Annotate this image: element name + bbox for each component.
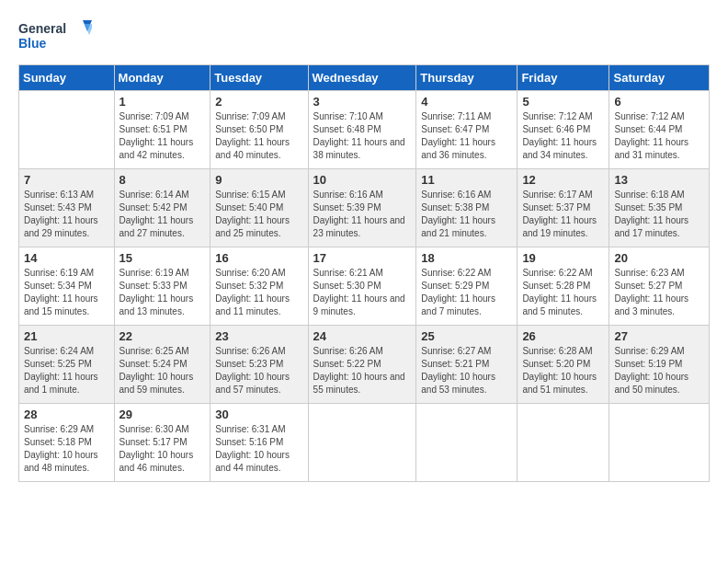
day-info: Sunrise: 6:20 AMSunset: 5:32 PMDaylight:…	[215, 267, 302, 318]
calendar-day-cell: 26Sunrise: 6:28 AMSunset: 5:20 PMDayligh…	[518, 326, 609, 404]
day-number: 24	[313, 329, 412, 343]
calendar-day-cell	[19, 91, 115, 169]
calendar-day-cell	[308, 404, 416, 482]
day-info: Sunrise: 6:31 AMSunset: 5:16 PMDaylight:…	[215, 423, 302, 475]
calendar-day-cell: 30Sunrise: 6:31 AMSunset: 5:16 PMDayligh…	[210, 404, 308, 482]
calendar-day-cell: 1Sunrise: 7:09 AMSunset: 6:51 PMDaylight…	[114, 91, 210, 169]
calendar-day-cell: 5Sunrise: 7:12 AMSunset: 6:46 PMDaylight…	[518, 91, 609, 169]
column-header-tuesday: Tuesday	[210, 65, 308, 91]
day-info: Sunrise: 6:22 AMSunset: 5:29 PMDaylight:…	[421, 267, 512, 318]
calendar-day-cell: 17Sunrise: 6:21 AMSunset: 5:30 PMDayligh…	[308, 247, 416, 326]
day-info: Sunrise: 6:28 AMSunset: 5:20 PMDaylight:…	[522, 345, 604, 396]
calendar-day-cell: 15Sunrise: 6:19 AMSunset: 5:33 PMDayligh…	[114, 247, 210, 326]
column-header-friday: Friday	[518, 65, 609, 91]
calendar-day-cell: 4Sunrise: 7:11 AMSunset: 6:47 PMDaylight…	[416, 91, 518, 169]
calendar-day-cell	[518, 404, 609, 482]
calendar-week-row: 28Sunrise: 6:29 AMSunset: 5:18 PMDayligh…	[19, 404, 710, 482]
day-number: 19	[522, 251, 604, 265]
day-number: 16	[215, 251, 302, 265]
day-number: 1	[119, 95, 206, 109]
day-info: Sunrise: 7:11 AMSunset: 6:47 PMDaylight:…	[421, 110, 512, 162]
calendar-day-cell	[416, 404, 518, 482]
day-number: 27	[614, 329, 704, 343]
day-number: 21	[24, 329, 109, 343]
day-number: 7	[24, 173, 109, 187]
day-number: 14	[24, 251, 109, 265]
day-info: Sunrise: 6:14 AMSunset: 5:42 PMDaylight:…	[119, 189, 206, 240]
calendar-week-row: 21Sunrise: 6:24 AMSunset: 5:25 PMDayligh…	[19, 326, 710, 404]
calendar-day-cell: 25Sunrise: 6:27 AMSunset: 5:21 PMDayligh…	[416, 326, 518, 404]
calendar-day-cell: 24Sunrise: 6:26 AMSunset: 5:22 PMDayligh…	[308, 326, 416, 404]
calendar-day-cell: 18Sunrise: 6:22 AMSunset: 5:29 PMDayligh…	[416, 247, 518, 326]
column-header-monday: Monday	[114, 65, 210, 91]
day-info: Sunrise: 6:16 AMSunset: 5:39 PMDaylight:…	[313, 189, 412, 240]
day-info: Sunrise: 6:27 AMSunset: 5:21 PMDaylight:…	[421, 345, 512, 396]
day-number: 12	[522, 173, 604, 187]
day-number: 30	[215, 408, 302, 421]
calendar-day-cell: 27Sunrise: 6:29 AMSunset: 5:19 PMDayligh…	[609, 326, 710, 404]
calendar-day-cell: 23Sunrise: 6:26 AMSunset: 5:23 PMDayligh…	[210, 326, 308, 404]
day-number: 10	[313, 173, 412, 187]
day-info: Sunrise: 6:24 AMSunset: 5:25 PMDaylight:…	[24, 345, 109, 396]
day-info: Sunrise: 6:13 AMSunset: 5:43 PMDaylight:…	[24, 189, 109, 240]
svg-text:Blue: Blue	[18, 36, 47, 51]
day-number: 8	[119, 173, 206, 187]
calendar-day-cell: 9Sunrise: 6:15 AMSunset: 5:40 PMDaylight…	[210, 169, 308, 247]
calendar-day-cell: 13Sunrise: 6:18 AMSunset: 5:35 PMDayligh…	[609, 169, 710, 247]
day-number: 6	[614, 95, 704, 109]
day-number: 13	[614, 173, 704, 187]
day-info: Sunrise: 6:16 AMSunset: 5:38 PMDaylight:…	[421, 189, 512, 240]
calendar-day-cell: 29Sunrise: 6:30 AMSunset: 5:17 PMDayligh…	[114, 404, 210, 482]
calendar-header-row: SundayMondayTuesdayWednesdayThursdayFrid…	[19, 65, 710, 91]
day-info: Sunrise: 6:21 AMSunset: 5:30 PMDaylight:…	[313, 267, 412, 318]
day-number: 28	[24, 408, 109, 421]
calendar-day-cell: 12Sunrise: 6:17 AMSunset: 5:37 PMDayligh…	[518, 169, 609, 247]
calendar-day-cell: 21Sunrise: 6:24 AMSunset: 5:25 PMDayligh…	[19, 326, 115, 404]
page-header: General Blue	[18, 18, 710, 55]
calendar-week-row: 14Sunrise: 6:19 AMSunset: 5:34 PMDayligh…	[19, 247, 710, 326]
day-number: 17	[313, 251, 412, 265]
calendar-day-cell: 19Sunrise: 6:22 AMSunset: 5:28 PMDayligh…	[518, 247, 609, 326]
day-number: 22	[119, 329, 206, 343]
calendar-day-cell: 3Sunrise: 7:10 AMSunset: 6:48 PMDaylight…	[308, 91, 416, 169]
calendar-day-cell: 8Sunrise: 6:14 AMSunset: 5:42 PMDaylight…	[114, 169, 210, 247]
day-info: Sunrise: 7:09 AMSunset: 6:51 PMDaylight:…	[119, 110, 206, 162]
logo-svg: General Blue	[18, 18, 92, 55]
calendar-week-row: 1Sunrise: 7:09 AMSunset: 6:51 PMDaylight…	[19, 91, 710, 169]
calendar-day-cell: 11Sunrise: 6:16 AMSunset: 5:38 PMDayligh…	[416, 169, 518, 247]
calendar-day-cell: 2Sunrise: 7:09 AMSunset: 6:50 PMDaylight…	[210, 91, 308, 169]
day-number: 25	[421, 329, 512, 343]
day-info: Sunrise: 6:17 AMSunset: 5:37 PMDaylight:…	[522, 189, 604, 240]
column-header-thursday: Thursday	[416, 65, 518, 91]
calendar-day-cell: 16Sunrise: 6:20 AMSunset: 5:32 PMDayligh…	[210, 247, 308, 326]
calendar-day-cell: 22Sunrise: 6:25 AMSunset: 5:24 PMDayligh…	[114, 326, 210, 404]
calendar-day-cell: 28Sunrise: 6:29 AMSunset: 5:18 PMDayligh…	[19, 404, 115, 482]
day-info: Sunrise: 6:23 AMSunset: 5:27 PMDaylight:…	[614, 267, 704, 318]
day-info: Sunrise: 6:15 AMSunset: 5:40 PMDaylight:…	[215, 189, 302, 240]
day-number: 9	[215, 173, 302, 187]
day-number: 2	[215, 95, 302, 109]
calendar-day-cell: 20Sunrise: 6:23 AMSunset: 5:27 PMDayligh…	[609, 247, 710, 326]
day-number: 5	[522, 95, 604, 109]
day-info: Sunrise: 7:09 AMSunset: 6:50 PMDaylight:…	[215, 110, 302, 162]
logo: General Blue	[18, 18, 92, 55]
day-info: Sunrise: 6:25 AMSunset: 5:24 PMDaylight:…	[119, 345, 206, 396]
day-number: 29	[119, 408, 206, 421]
day-info: Sunrise: 6:26 AMSunset: 5:22 PMDaylight:…	[313, 345, 412, 396]
day-number: 23	[215, 329, 302, 343]
day-number: 26	[522, 329, 604, 343]
day-info: Sunrise: 6:19 AMSunset: 5:33 PMDaylight:…	[119, 267, 206, 318]
day-number: 4	[421, 95, 512, 109]
day-info: Sunrise: 6:29 AMSunset: 5:18 PMDaylight:…	[24, 423, 109, 475]
day-info: Sunrise: 7:12 AMSunset: 6:44 PMDaylight:…	[614, 110, 704, 162]
column-header-wednesday: Wednesday	[308, 65, 416, 91]
calendar-day-cell: 14Sunrise: 6:19 AMSunset: 5:34 PMDayligh…	[19, 247, 115, 326]
calendar-table: SundayMondayTuesdayWednesdayThursdayFrid…	[18, 64, 710, 482]
day-number: 15	[119, 251, 206, 265]
day-info: Sunrise: 6:30 AMSunset: 5:17 PMDaylight:…	[119, 423, 206, 475]
day-number: 3	[313, 95, 412, 109]
day-number: 18	[421, 251, 512, 265]
day-info: Sunrise: 7:12 AMSunset: 6:46 PMDaylight:…	[522, 110, 604, 162]
day-info: Sunrise: 6:19 AMSunset: 5:34 PMDaylight:…	[24, 267, 109, 318]
day-info: Sunrise: 6:22 AMSunset: 5:28 PMDaylight:…	[522, 267, 604, 318]
